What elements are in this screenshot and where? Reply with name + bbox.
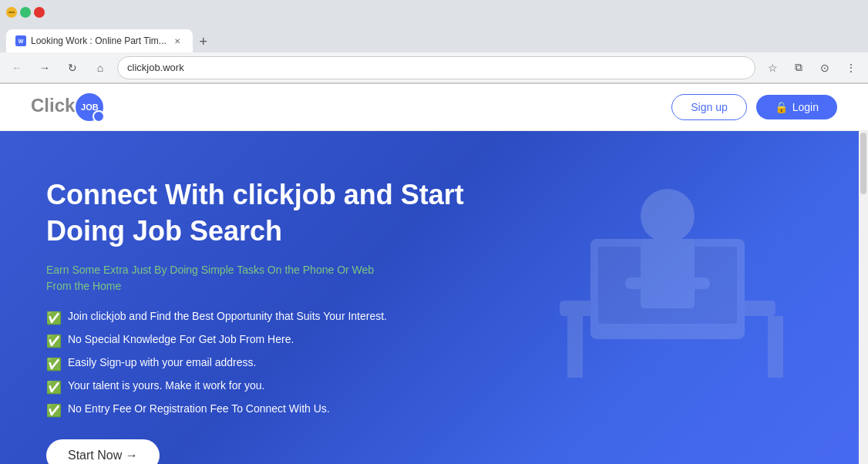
profile-button[interactable]: ⊙ (814, 57, 836, 79)
address-bar: ← → ↻ ⌂ ☆ ⧉ ⊙ ⋮ (0, 52, 868, 83)
active-tab[interactable]: W Looking Work : Online Part Tim... ✕ (6, 29, 193, 52)
hero-title: Connect With clickjob and Start Doing Jo… (46, 177, 493, 250)
navbar: ClickJOB Sign up 🔒 Login (0, 84, 868, 131)
minimize-button[interactable] (6, 7, 17, 18)
svg-rect-10 (625, 277, 656, 289)
hero-feature-5: ✅ No Entry Fee Or Registration Fee To Co… (46, 402, 493, 418)
check-icon-2: ✅ (46, 334, 62, 348)
feature-text-1: Join clickjob and Find the Best Opportun… (68, 310, 387, 322)
check-icon-5: ✅ (46, 403, 62, 418)
check-icon-1: ✅ (46, 311, 62, 325)
browser-action-icons: ☆ ⧉ ⊙ ⋮ (762, 57, 862, 79)
bookmark-button[interactable]: ☆ (762, 57, 783, 79)
svg-rect-9 (641, 239, 695, 308)
check-icon-3: ✅ (46, 357, 62, 372)
feature-text-4: Your talent is yours. Make it work for y… (68, 379, 264, 392)
hero-content: Connect With clickjob and Start Doing Jo… (46, 177, 493, 464)
svg-text:W: W (19, 39, 24, 44)
new-tab-button[interactable]: + (193, 31, 214, 52)
svg-rect-4 (567, 316, 583, 378)
website-content: ClickJOB Sign up 🔒 Login (0, 84, 868, 464)
close-window-button[interactable] (34, 7, 45, 18)
scrollbar-thumb[interactable] (860, 133, 866, 194)
hero-subtitle-line2: From the Home (46, 280, 121, 292)
home-button[interactable]: ⌂ (89, 57, 111, 79)
back-button[interactable]: ← (6, 57, 28, 79)
hero-section: Connect With clickjob and Start Doing Jo… (0, 131, 868, 464)
lock-icon: 🔒 (775, 101, 788, 113)
tab-bar: W Looking Work : Online Part Tim... ✕ + (0, 25, 868, 52)
window-controls (6, 7, 45, 18)
svg-point-8 (641, 189, 695, 243)
logo-badge: JOB (76, 93, 103, 121)
forward-button[interactable]: → (34, 57, 56, 79)
nav-buttons: Sign up 🔒 Login (671, 94, 837, 120)
feature-text-3: Easily Sign-up with your email address. (68, 356, 256, 368)
login-button[interactable]: 🔒 Login (756, 95, 837, 119)
feature-text-5: No Entry Fee Or Registration Fee To Conn… (68, 402, 330, 415)
svg-rect-11 (679, 277, 710, 289)
hero-feature-1: ✅ Join clickjob and Find the Best Opport… (46, 310, 493, 325)
maximize-button[interactable] (20, 7, 31, 18)
svg-rect-0 (8, 12, 15, 13)
menu-button[interactable]: ⋮ (840, 57, 862, 79)
tab-close-button[interactable]: ✕ (171, 35, 183, 47)
refresh-button[interactable]: ↻ (62, 57, 83, 79)
logo: ClickJOB (31, 93, 104, 121)
url-bar[interactable] (117, 56, 755, 79)
hero-subtitle: Earn Some Extra Just By Doing Simple Tas… (46, 262, 493, 294)
feature-text-2: No Special Knowledge For Get Job From He… (68, 333, 294, 345)
hero-bg-person (498, 162, 806, 412)
tab-favicon: W (15, 35, 26, 46)
signup-button[interactable]: Sign up (671, 94, 746, 120)
hero-subtitle-line1: Earn Some Extra Just By Doing Simple Tas… (46, 264, 374, 276)
tab-label: Looking Work : Online Part Tim... (31, 35, 167, 46)
hero-feature-3: ✅ Easily Sign-up with your email address… (46, 356, 493, 372)
hero-features-list: ✅ Join clickjob and Find the Best Opport… (46, 310, 493, 418)
check-icon-4: ✅ (46, 380, 62, 395)
extensions-button[interactable]: ⧉ (788, 57, 809, 79)
logo-text: ClickJOB (31, 93, 104, 121)
browser-titlebar (0, 0, 868, 25)
scrollbar[interactable] (859, 131, 868, 464)
login-label: Login (792, 101, 819, 113)
svg-rect-5 (768, 316, 783, 378)
browser-chrome: W Looking Work : Online Part Tim... ✕ + … (0, 0, 868, 84)
hero-feature-2: ✅ No Special Knowledge For Get Job From … (46, 333, 493, 348)
hero-feature-4: ✅ Your talent is yours. Make it work for… (46, 379, 493, 395)
logo-click: Click (31, 95, 75, 116)
start-now-button[interactable]: Start Now → (46, 439, 160, 464)
